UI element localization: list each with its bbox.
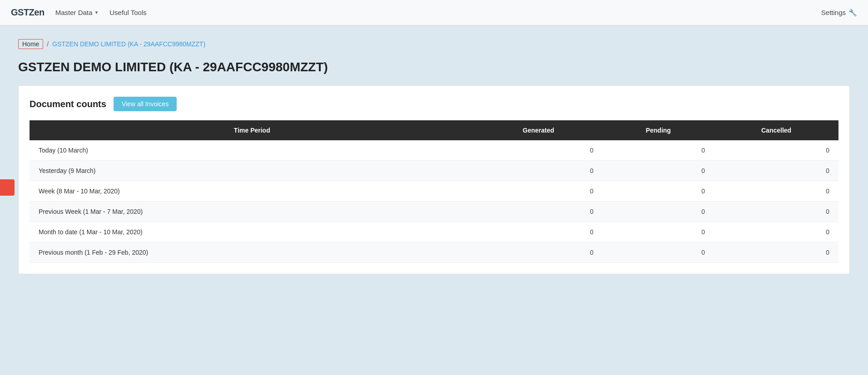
cell-cancelled: 0 [714, 202, 838, 222]
view-all-invoices-button[interactable]: View all Invoices [114, 97, 177, 111]
cell-period: Previous Week (1 Mar - 7 Mar, 2020) [30, 202, 475, 222]
document-counts-table: Time Period Generated Pending Cancelled … [30, 120, 838, 263]
nav-master-data[interactable]: Master Data ▼ [55, 9, 99, 16]
col-header-pending: Pending [602, 120, 714, 140]
settings-button[interactable]: Settings 🔧 [821, 9, 857, 17]
cell-generated: 0 [475, 181, 603, 202]
table-header-row: Time Period Generated Pending Cancelled [30, 120, 838, 140]
cell-pending: 0 [602, 222, 714, 242]
nav-useful-tools[interactable]: Useful Tools [109, 9, 146, 16]
cell-period: Today (10 March) [30, 140, 475, 161]
master-data-dropdown-icon: ▼ [94, 10, 99, 15]
table-row: Today (10 March)000 [30, 140, 838, 161]
navbar-left: GSTZen Master Data ▼ Useful Tools [11, 7, 147, 18]
cell-pending: 0 [602, 242, 714, 263]
col-header-generated: Generated [475, 120, 603, 140]
cell-period: Month to date (1 Mar - 10 Mar, 2020) [30, 222, 475, 242]
brand-logo[interactable]: GSTZen [11, 7, 45, 18]
cell-pending: 0 [602, 202, 714, 222]
table-row: Month to date (1 Mar - 10 Mar, 2020)000 [30, 222, 838, 242]
cell-pending: 0 [602, 161, 714, 181]
col-header-cancelled: Cancelled [714, 120, 838, 140]
table-row: Previous month (1 Feb - 29 Feb, 2020)000 [30, 242, 838, 263]
breadcrumb-current[interactable]: GSTZEN DEMO LIMITED (KA - 29AAFCC9980MZZ… [52, 40, 205, 48]
cell-cancelled: 0 [714, 222, 838, 242]
useful-tools-label: Useful Tools [109, 9, 146, 16]
table-row: Week (8 Mar - 10 Mar, 2020)000 [30, 181, 838, 202]
cell-period: Yesterday (9 March) [30, 161, 475, 181]
master-data-label: Master Data [55, 9, 93, 16]
cell-generated: 0 [475, 242, 603, 263]
cell-generated: 0 [475, 140, 603, 161]
breadcrumb-home[interactable]: Home [18, 39, 43, 49]
page-title: GSTZEN DEMO LIMITED (KA - 29AAFCC9980MZZ… [18, 60, 850, 74]
breadcrumb-separator: / [47, 40, 49, 48]
cell-pending: 0 [602, 181, 714, 202]
card-title: Document counts [30, 99, 106, 109]
document-counts-card: Document counts View all Invoices Time P… [18, 85, 850, 274]
cell-cancelled: 0 [714, 161, 838, 181]
col-header-period: Time Period [30, 120, 475, 140]
table-row: Yesterday (9 March)000 [30, 161, 838, 181]
side-float-button[interactable] [0, 179, 15, 196]
cell-cancelled: 0 [714, 181, 838, 202]
cell-period: Week (8 Mar - 10 Mar, 2020) [30, 181, 475, 202]
cell-generated: 0 [475, 161, 603, 181]
card-header: Document counts View all Invoices [30, 97, 838, 111]
cell-period: Previous month (1 Feb - 29 Feb, 2020) [30, 242, 475, 263]
navbar: GSTZen Master Data ▼ Useful Tools Settin… [0, 0, 868, 25]
cell-pending: 0 [602, 140, 714, 161]
cell-cancelled: 0 [714, 242, 838, 263]
cell-generated: 0 [475, 202, 603, 222]
cell-generated: 0 [475, 222, 603, 242]
breadcrumb: Home / GSTZEN DEMO LIMITED (KA - 29AAFCC… [18, 39, 850, 49]
table-row: Previous Week (1 Mar - 7 Mar, 2020)000 [30, 202, 838, 222]
cell-cancelled: 0 [714, 140, 838, 161]
settings-label: Settings [821, 9, 846, 16]
main-content: Home / GSTZEN DEMO LIMITED (KA - 29AAFCC… [0, 25, 868, 288]
table-body: Today (10 March)000Yesterday (9 March)00… [30, 140, 838, 263]
settings-icon: 🔧 [848, 9, 857, 17]
